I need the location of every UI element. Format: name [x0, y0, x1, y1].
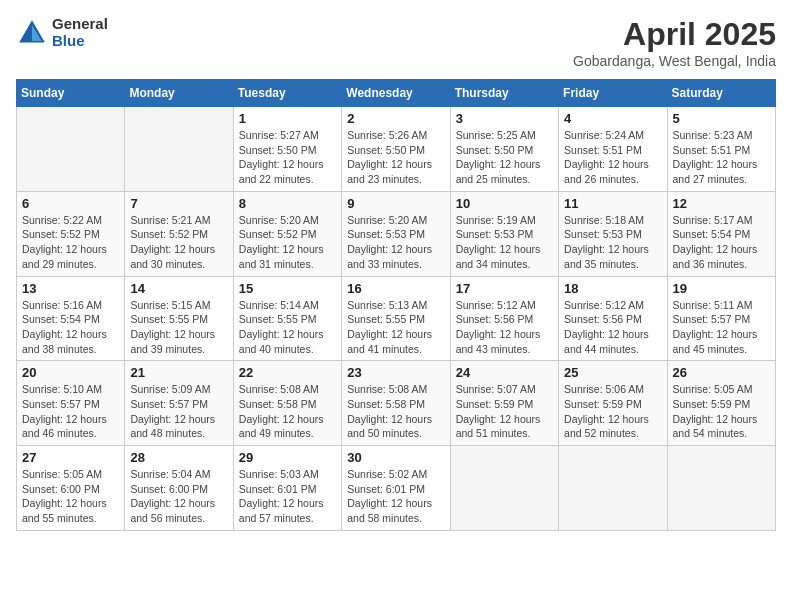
day-number: 12 — [673, 196, 770, 211]
day-number: 15 — [239, 281, 336, 296]
day-info: Sunrise: 5:05 AM Sunset: 6:00 PM Dayligh… — [22, 467, 119, 526]
weekday-header: Saturday — [667, 80, 775, 107]
day-info: Sunrise: 5:22 AM Sunset: 5:52 PM Dayligh… — [22, 213, 119, 272]
day-info: Sunrise: 5:02 AM Sunset: 6:01 PM Dayligh… — [347, 467, 444, 526]
calendar-cell: 12Sunrise: 5:17 AM Sunset: 5:54 PM Dayli… — [667, 191, 775, 276]
calendar-cell: 25Sunrise: 5:06 AM Sunset: 5:59 PM Dayli… — [559, 361, 667, 446]
logo: General Blue — [16, 16, 108, 49]
calendar-cell: 14Sunrise: 5:15 AM Sunset: 5:55 PM Dayli… — [125, 276, 233, 361]
day-info: Sunrise: 5:08 AM Sunset: 5:58 PM Dayligh… — [239, 382, 336, 441]
day-number: 26 — [673, 365, 770, 380]
calendar-title: April 2025 — [573, 16, 776, 53]
calendar-cell: 22Sunrise: 5:08 AM Sunset: 5:58 PM Dayli… — [233, 361, 341, 446]
day-info: Sunrise: 5:11 AM Sunset: 5:57 PM Dayligh… — [673, 298, 770, 357]
day-info: Sunrise: 5:17 AM Sunset: 5:54 PM Dayligh… — [673, 213, 770, 272]
calendar-week-row: 1Sunrise: 5:27 AM Sunset: 5:50 PM Daylig… — [17, 107, 776, 192]
day-info: Sunrise: 5:25 AM Sunset: 5:50 PM Dayligh… — [456, 128, 553, 187]
calendar-cell — [125, 107, 233, 192]
logo-blue: Blue — [52, 33, 108, 50]
day-number: 22 — [239, 365, 336, 380]
calendar-cell: 20Sunrise: 5:10 AM Sunset: 5:57 PM Dayli… — [17, 361, 125, 446]
calendar-cell: 3Sunrise: 5:25 AM Sunset: 5:50 PM Daylig… — [450, 107, 558, 192]
day-number: 2 — [347, 111, 444, 126]
page-header: General Blue April 2025 Gobardanga, West… — [16, 16, 776, 69]
day-number: 8 — [239, 196, 336, 211]
day-info: Sunrise: 5:27 AM Sunset: 5:50 PM Dayligh… — [239, 128, 336, 187]
calendar-cell — [450, 446, 558, 531]
day-number: 11 — [564, 196, 661, 211]
day-info: Sunrise: 5:07 AM Sunset: 5:59 PM Dayligh… — [456, 382, 553, 441]
calendar-cell: 15Sunrise: 5:14 AM Sunset: 5:55 PM Dayli… — [233, 276, 341, 361]
calendar-cell: 18Sunrise: 5:12 AM Sunset: 5:56 PM Dayli… — [559, 276, 667, 361]
calendar-cell — [667, 446, 775, 531]
calendar-cell — [17, 107, 125, 192]
calendar-cell: 23Sunrise: 5:08 AM Sunset: 5:58 PM Dayli… — [342, 361, 450, 446]
day-number: 4 — [564, 111, 661, 126]
day-number: 16 — [347, 281, 444, 296]
day-number: 25 — [564, 365, 661, 380]
weekday-header: Monday — [125, 80, 233, 107]
calendar-cell: 19Sunrise: 5:11 AM Sunset: 5:57 PM Dayli… — [667, 276, 775, 361]
day-number: 9 — [347, 196, 444, 211]
day-number: 3 — [456, 111, 553, 126]
calendar-week-row: 13Sunrise: 5:16 AM Sunset: 5:54 PM Dayli… — [17, 276, 776, 361]
day-info: Sunrise: 5:09 AM Sunset: 5:57 PM Dayligh… — [130, 382, 227, 441]
calendar-cell: 27Sunrise: 5:05 AM Sunset: 6:00 PM Dayli… — [17, 446, 125, 531]
weekday-header: Friday — [559, 80, 667, 107]
calendar-cell: 21Sunrise: 5:09 AM Sunset: 5:57 PM Dayli… — [125, 361, 233, 446]
calendar-cell: 7Sunrise: 5:21 AM Sunset: 5:52 PM Daylig… — [125, 191, 233, 276]
day-info: Sunrise: 5:24 AM Sunset: 5:51 PM Dayligh… — [564, 128, 661, 187]
day-info: Sunrise: 5:06 AM Sunset: 5:59 PM Dayligh… — [564, 382, 661, 441]
day-number: 23 — [347, 365, 444, 380]
day-number: 17 — [456, 281, 553, 296]
weekday-header: Wednesday — [342, 80, 450, 107]
day-info: Sunrise: 5:21 AM Sunset: 5:52 PM Dayligh… — [130, 213, 227, 272]
day-number: 21 — [130, 365, 227, 380]
calendar-cell: 28Sunrise: 5:04 AM Sunset: 6:00 PM Dayli… — [125, 446, 233, 531]
calendar-week-row: 6Sunrise: 5:22 AM Sunset: 5:52 PM Daylig… — [17, 191, 776, 276]
calendar-cell: 24Sunrise: 5:07 AM Sunset: 5:59 PM Dayli… — [450, 361, 558, 446]
weekday-header: Sunday — [17, 80, 125, 107]
day-info: Sunrise: 5:15 AM Sunset: 5:55 PM Dayligh… — [130, 298, 227, 357]
calendar-cell — [559, 446, 667, 531]
calendar-cell: 2Sunrise: 5:26 AM Sunset: 5:50 PM Daylig… — [342, 107, 450, 192]
calendar-cell: 1Sunrise: 5:27 AM Sunset: 5:50 PM Daylig… — [233, 107, 341, 192]
day-info: Sunrise: 5:20 AM Sunset: 5:53 PM Dayligh… — [347, 213, 444, 272]
calendar-cell: 5Sunrise: 5:23 AM Sunset: 5:51 PM Daylig… — [667, 107, 775, 192]
day-info: Sunrise: 5:12 AM Sunset: 5:56 PM Dayligh… — [564, 298, 661, 357]
calendar-subtitle: Gobardanga, West Bengal, India — [573, 53, 776, 69]
day-number: 5 — [673, 111, 770, 126]
day-number: 27 — [22, 450, 119, 465]
logo-icon — [16, 17, 48, 49]
day-number: 20 — [22, 365, 119, 380]
calendar-cell: 8Sunrise: 5:20 AM Sunset: 5:52 PM Daylig… — [233, 191, 341, 276]
day-number: 14 — [130, 281, 227, 296]
day-info: Sunrise: 5:13 AM Sunset: 5:55 PM Dayligh… — [347, 298, 444, 357]
day-number: 19 — [673, 281, 770, 296]
day-info: Sunrise: 5:26 AM Sunset: 5:50 PM Dayligh… — [347, 128, 444, 187]
day-info: Sunrise: 5:19 AM Sunset: 5:53 PM Dayligh… — [456, 213, 553, 272]
day-info: Sunrise: 5:23 AM Sunset: 5:51 PM Dayligh… — [673, 128, 770, 187]
calendar-table: SundayMondayTuesdayWednesdayThursdayFrid… — [16, 79, 776, 531]
calendar-cell: 10Sunrise: 5:19 AM Sunset: 5:53 PM Dayli… — [450, 191, 558, 276]
calendar-cell: 13Sunrise: 5:16 AM Sunset: 5:54 PM Dayli… — [17, 276, 125, 361]
calendar-cell: 30Sunrise: 5:02 AM Sunset: 6:01 PM Dayli… — [342, 446, 450, 531]
svg-marker-1 — [32, 25, 42, 41]
day-info: Sunrise: 5:04 AM Sunset: 6:00 PM Dayligh… — [130, 467, 227, 526]
logo-general: General — [52, 16, 108, 33]
calendar-week-row: 20Sunrise: 5:10 AM Sunset: 5:57 PM Dayli… — [17, 361, 776, 446]
calendar-cell: 9Sunrise: 5:20 AM Sunset: 5:53 PM Daylig… — [342, 191, 450, 276]
day-number: 1 — [239, 111, 336, 126]
logo-text: General Blue — [52, 16, 108, 49]
calendar-cell: 26Sunrise: 5:05 AM Sunset: 5:59 PM Dayli… — [667, 361, 775, 446]
day-number: 30 — [347, 450, 444, 465]
weekday-header-row: SundayMondayTuesdayWednesdayThursdayFrid… — [17, 80, 776, 107]
day-number: 24 — [456, 365, 553, 380]
calendar-week-row: 27Sunrise: 5:05 AM Sunset: 6:00 PM Dayli… — [17, 446, 776, 531]
day-info: Sunrise: 5:08 AM Sunset: 5:58 PM Dayligh… — [347, 382, 444, 441]
calendar-cell: 16Sunrise: 5:13 AM Sunset: 5:55 PM Dayli… — [342, 276, 450, 361]
day-number: 13 — [22, 281, 119, 296]
calendar-cell: 17Sunrise: 5:12 AM Sunset: 5:56 PM Dayli… — [450, 276, 558, 361]
day-number: 10 — [456, 196, 553, 211]
calendar-cell: 6Sunrise: 5:22 AM Sunset: 5:52 PM Daylig… — [17, 191, 125, 276]
